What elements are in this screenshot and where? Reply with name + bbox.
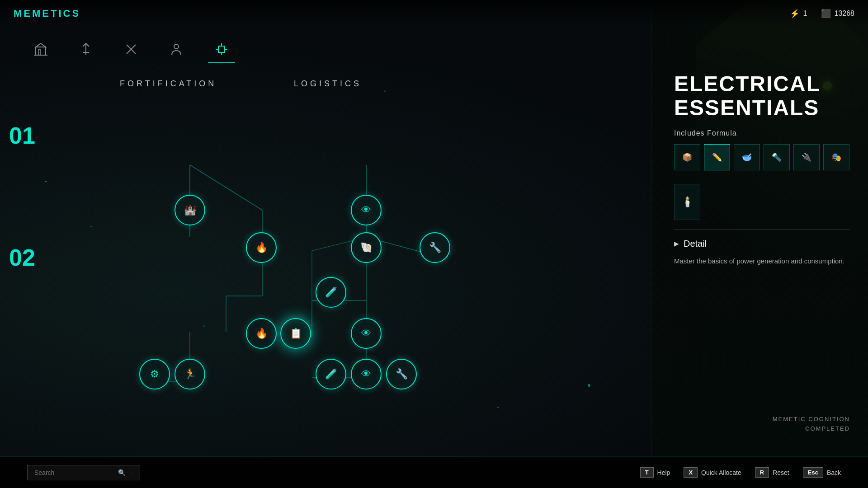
tab-network[interactable] [208, 36, 235, 63]
svg-marker-3 [36, 43, 46, 47]
top-right-resources: ⚡ 1 ⬛ 13268 [790, 9, 854, 19]
detail-arrow-icon: ▶ [674, 240, 679, 247]
skill-node-logistics-top[interactable]: 👁 [351, 195, 382, 225]
detail-header: ▶ Detail [674, 239, 850, 249]
includes-formula-label: Includes Formula [674, 129, 850, 137]
bottom-center2-icon: 👁 [361, 368, 371, 380]
reset-label: Reset [773, 469, 789, 476]
search-bar[interactable]: 🔍 · [27, 465, 140, 480]
action-quick-allocate[interactable]: X Quick Allocate [684, 467, 741, 478]
skill-node-logistics-mid[interactable]: 🐚 [351, 232, 382, 263]
tab-tools[interactable] [72, 36, 99, 63]
fort-mid-left-icon: 🔥 [255, 242, 268, 253]
action-reset[interactable]: R Reset [755, 467, 789, 478]
detail-section: ▶ Detail Master the basics of power gene… [674, 229, 850, 267]
skill-node-bottom-center2[interactable]: 👁 [351, 359, 382, 389]
skill-node-bottom-right[interactable]: 🔧 [386, 359, 417, 389]
row2-logistics-icon: 👁 [361, 328, 371, 339]
single-icon: 🕯️ [681, 196, 693, 208]
detail-label: Detail [684, 239, 707, 249]
skill-node-row2-fort-left[interactable]: 🔥 [246, 318, 277, 349]
skill-node-fort-mid-left[interactable]: 🔥 [246, 232, 277, 263]
quick-allocate-label: Quick Allocate [701, 469, 741, 476]
bottom-center1-icon: 🧪 [325, 368, 337, 380]
skill-node-fortification-top[interactable]: 🏰 [175, 195, 205, 225]
potion-icon: 🧪 [325, 286, 337, 298]
skill-node-bottom-left2[interactable]: 🏃 [175, 359, 205, 389]
skill-title: ELECTRICALESSENTIALS [674, 72, 850, 120]
single-icon-box: 🕯️ [674, 184, 700, 220]
lightning-resource: ⚡ 1 [790, 9, 807, 19]
particle-5 [497, 407, 499, 408]
svg-rect-1 [38, 50, 41, 55]
help-key[interactable]: T [640, 467, 654, 478]
search-input[interactable] [34, 469, 113, 476]
particle-6 [588, 384, 590, 387]
skill-node-row2-logistics[interactable]: 👁 [351, 318, 382, 349]
currency-resource: ⬛ 13268 [821, 9, 855, 19]
bottom-left2-icon: 🏃 [184, 368, 196, 380]
cognition-line1: MEMETIC COGNITION [773, 415, 850, 424]
action-help[interactable]: T Help [640, 467, 670, 478]
svg-point-10 [174, 44, 179, 49]
bottom-bar: 🔍 · T Help X Quick Allocate R Reset Esc … [0, 456, 868, 488]
search-dot: · [132, 469, 133, 476]
tab-combat[interactable] [118, 36, 145, 63]
formula-icon-3[interactable]: 🥣 [734, 144, 760, 170]
app-logo: MEMETICS [14, 8, 80, 19]
svg-rect-11 [218, 46, 225, 52]
formula-icon-5[interactable]: 🔌 [793, 144, 820, 170]
skill-tree: 🏰 🔥 👁 🐚 🔧 🧪 🔥 📋 👁 ⚙ 🏃 🧪 [27, 72, 470, 452]
connector-lines [27, 72, 470, 452]
currency-icon: ⬛ [821, 9, 831, 19]
row2-center-icon: 📋 [290, 328, 302, 339]
skill-node-row2-center-selected[interactable]: 📋 [280, 318, 311, 349]
tab-buildings[interactable] [27, 36, 54, 63]
back-key[interactable]: Esc [803, 467, 823, 478]
quick-allocate-key[interactable]: X [684, 467, 698, 478]
svg-line-6 [86, 43, 89, 47]
fortification-top-icon: 🏰 [184, 204, 196, 216]
action-back[interactable]: Esc Back [803, 467, 841, 478]
svg-line-5 [83, 43, 86, 47]
help-label: Help [657, 469, 670, 476]
skill-node-right-isolated[interactable]: 🔧 [420, 232, 450, 263]
logistics-top-icon: 👁 [361, 204, 371, 216]
row2-fort-left-icon: 🔥 [255, 328, 268, 339]
formula-icon-1[interactable]: 📦 [674, 144, 700, 170]
search-icon: 🔍 [118, 469, 126, 476]
cognition-badge: MEMETIC COGNITION COMPLETED [773, 415, 850, 434]
cognition-line2: COMPLETED [773, 424, 850, 434]
navigation-tabs [27, 36, 235, 63]
formula-icon-6[interactable]: 🎭 [823, 144, 849, 170]
reset-key[interactable]: R [755, 467, 769, 478]
logistics-mid-icon: 🐚 [360, 242, 373, 253]
back-label: Back [827, 469, 841, 476]
right-panel: ELECTRICALESSENTIALS Includes Formula 📦 … [651, 0, 868, 488]
formula-icon-2[interactable]: ✏️ [704, 144, 730, 170]
bottom-actions: T Help X Quick Allocate R Reset Esc Back [640, 467, 841, 478]
skill-node-bottom-center1[interactable]: 🧪 [316, 359, 346, 389]
tab-person[interactable] [163, 36, 190, 63]
top-bar: MEMETICS ⚡ 1 ⬛ 13268 [0, 0, 868, 27]
skill-node-bottom-left1[interactable]: ⚙ [139, 359, 170, 389]
right-isolated-icon: 🔧 [429, 242, 441, 253]
formula-icons-row: 📦 ✏️ 🥣 🔦 🔌 🎭 [674, 144, 850, 170]
skill-node-potion[interactable]: 🧪 [316, 277, 346, 308]
detail-text: Master the basics of power generation an… [674, 256, 850, 267]
lightning-icon: ⚡ [790, 9, 800, 19]
currency-value: 13268 [835, 9, 855, 18]
bottom-right-icon: 🔧 [396, 368, 408, 380]
lightning-count: 1 [803, 9, 807, 18]
formula-icon-4[interactable]: 🔦 [764, 144, 790, 170]
bottom-left1-icon: ⚙ [150, 368, 159, 380]
